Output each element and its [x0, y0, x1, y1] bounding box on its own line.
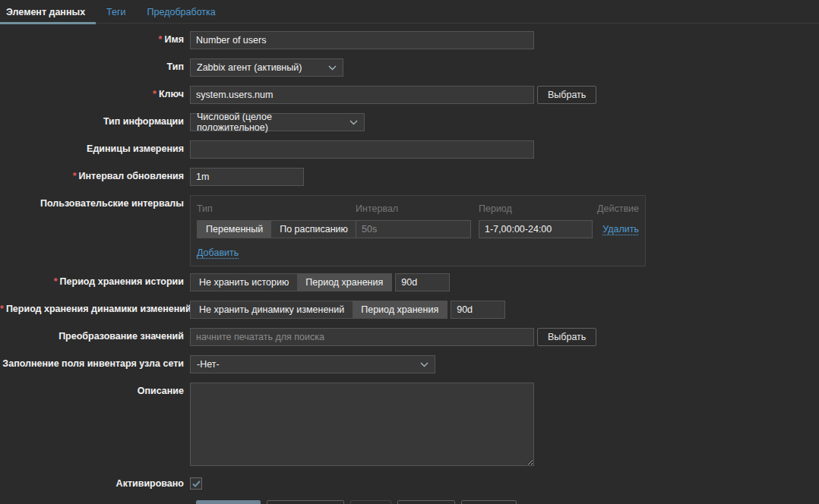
- row-units: Единицы измерения: [0, 140, 819, 159]
- test-button[interactable]: Тест: [350, 500, 391, 504]
- inventory-select[interactable]: -Нет-: [190, 355, 435, 373]
- type-select[interactable]: Zabbix агент (активный): [190, 58, 343, 77]
- enabled-checkbox[interactable]: [190, 477, 202, 490]
- interval-type-scheduling-button[interactable]: По расписанию: [271, 221, 356, 238]
- units-label: Единицы измерения: [0, 140, 190, 154]
- info-type-select[interactable]: Числовой (целое положительное): [190, 113, 365, 131]
- chevron-down-icon: [328, 65, 337, 71]
- name-input[interactable]: [190, 31, 534, 49]
- history-label: *Период хранения истории: [0, 273, 190, 287]
- delete-button[interactable]: Удалить: [397, 500, 455, 504]
- key-label: *Ключ: [0, 86, 190, 99]
- info-type-label: Тип информации: [0, 113, 190, 127]
- tab-bar: Элемент данных Теги Предобработка: [0, 0, 819, 24]
- value-mapping-input[interactable]: [190, 328, 534, 346]
- row-key: *Ключ Выбрать: [0, 86, 819, 104]
- update-interval-label: *Интервал обновления: [0, 168, 190, 181]
- clone-button[interactable]: Клонировать: [267, 500, 345, 504]
- trends-storage-button[interactable]: Период хранения: [353, 301, 447, 318]
- inventory-label: Заполнение поля инвентаря узла сети: [0, 355, 190, 369]
- required-asterisk: *: [0, 304, 4, 314]
- tab-preprocessing[interactable]: Предобработка: [137, 2, 226, 24]
- history-mode-toggle: Не хранить историю Период хранения: [190, 273, 392, 291]
- trends-mode-toggle: Не хранить динамику изменений Период хра…: [190, 301, 447, 319]
- column-header-interval: Интервал: [356, 202, 479, 220]
- interval-type-toggle: Переменный По расписанию: [197, 220, 357, 238]
- type-select-value: Zabbix агент (активный): [197, 62, 322, 73]
- chevron-down-icon: [349, 120, 358, 125]
- interval-delay-input[interactable]: [356, 220, 471, 238]
- trends-off-button[interactable]: Не хранить динамику изменений: [191, 301, 353, 318]
- row-enabled: Активировано: [0, 475, 819, 490]
- history-storage-button[interactable]: Период хранения: [297, 274, 391, 291]
- interval-cell: [356, 220, 479, 238]
- required-asterisk: *: [73, 171, 77, 181]
- row-inventory: Заполнение поля инвентаря узла сети -Нет…: [0, 355, 819, 373]
- history-period-input[interactable]: [395, 273, 450, 291]
- units-input[interactable]: [190, 140, 534, 159]
- row-description: Описание: [0, 383, 819, 466]
- row-history: *Период хранения истории Не хранить исто…: [0, 273, 819, 291]
- action-cell: Удалить: [595, 224, 639, 235]
- row-name: *Имя: [0, 31, 819, 49]
- info-type-select-value: Числовой (целое положительное): [197, 112, 343, 133]
- key-input[interactable]: [190, 86, 534, 104]
- custom-intervals-table: Тип Интервал Период Действие Переменный …: [190, 195, 646, 266]
- row-info-type: Тип информации Числовой (целое положител…: [0, 113, 819, 131]
- inventory-select-value: -Нет-: [197, 359, 414, 370]
- name-label: *Имя: [0, 31, 190, 45]
- value-mapping-label: Преобразование значений: [0, 328, 190, 342]
- tab-item[interactable]: Элемент данных: [0, 2, 96, 24]
- interval-period-input[interactable]: [479, 220, 593, 238]
- row-trends: *Период хранения динамики изменений Не х…: [0, 301, 819, 319]
- description-label: Описание: [0, 383, 190, 396]
- interval-type-cell: Переменный По расписанию: [197, 220, 356, 238]
- column-header-action: Действие: [595, 202, 639, 220]
- cancel-button[interactable]: Отмена: [461, 500, 517, 504]
- history-off-button[interactable]: Не хранить историю: [191, 274, 297, 291]
- type-label: Тип: [0, 58, 190, 72]
- interval-type-flexible-button[interactable]: Переменный: [198, 221, 271, 238]
- custom-intervals-label: Пользовательские интервалы: [0, 195, 190, 209]
- required-asterisk: *: [54, 276, 58, 287]
- item-form: *Имя Тип Zabbix агент (активный) *Ключ В…: [0, 24, 819, 504]
- required-asterisk: *: [153, 89, 157, 99]
- form-footer: Обновить Клонировать Тест Удалить Отмена: [196, 500, 819, 504]
- tab-tags[interactable]: Теги: [96, 2, 136, 24]
- trends-period-input[interactable]: [451, 301, 505, 319]
- column-header-type: Тип: [197, 202, 356, 220]
- required-asterisk: *: [159, 34, 163, 45]
- description-textarea[interactable]: [190, 383, 534, 466]
- update-button[interactable]: Обновить: [196, 500, 261, 504]
- checkmark-icon: [192, 480, 201, 487]
- column-header-period: Период: [479, 202, 595, 220]
- key-select-button[interactable]: Выбрать: [537, 86, 596, 104]
- interval-remove-link[interactable]: Удалить: [602, 224, 639, 235]
- row-custom-intervals: Пользовательские интервалы Тип Интервал …: [0, 195, 819, 266]
- row-update-interval: *Интервал обновления: [0, 168, 819, 186]
- interval-add-link[interactable]: Добавить: [197, 247, 239, 258]
- trends-label: *Период хранения динамики изменений: [0, 301, 190, 314]
- chevron-down-icon: [420, 362, 428, 367]
- row-value-mapping: Преобразование значений Выбрать: [0, 328, 819, 346]
- period-cell: [479, 220, 595, 238]
- enabled-label: Активировано: [0, 475, 190, 489]
- value-mapping-select-button[interactable]: Выбрать: [537, 328, 596, 346]
- update-interval-input[interactable]: [190, 168, 304, 186]
- row-type: Тип Zabbix агент (активный): [0, 58, 819, 77]
